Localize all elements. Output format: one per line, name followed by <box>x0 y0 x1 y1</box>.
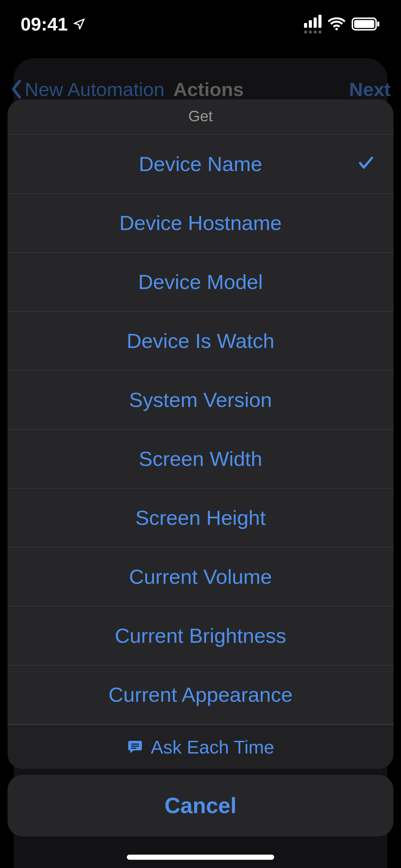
option-label: Screen Width <box>139 447 262 471</box>
back-button[interactable]: New Automation <box>10 78 165 100</box>
option-device-hostname[interactable]: Device Hostname <box>8 194 393 253</box>
option-device-is-watch[interactable]: Device Is Watch <box>8 312 393 371</box>
status-time: 09:41 <box>21 13 68 35</box>
svg-rect-2 <box>377 22 379 27</box>
battery-icon <box>352 17 380 31</box>
option-label: Current Volume <box>129 565 272 589</box>
option-current-volume[interactable]: Current Volume <box>8 547 393 606</box>
option-label: Current Brightness <box>115 624 286 648</box>
sheet-header: Get <box>8 99 393 135</box>
option-label: Current Appearance <box>108 683 292 707</box>
status-left: 09:41 <box>21 13 86 35</box>
svg-rect-5 <box>131 748 136 749</box>
cellular-signal-icon <box>304 15 321 34</box>
action-sheet: Get Device Name Device Hostname Device M… <box>8 99 393 769</box>
wifi-icon <box>328 17 345 31</box>
option-label: Device Is Watch <box>126 329 274 353</box>
cancel-label: Cancel <box>165 793 236 818</box>
next-button[interactable]: Next <box>349 78 391 100</box>
option-screen-height[interactable]: Screen Height <box>8 489 393 547</box>
speech-bubble-icon <box>127 739 143 755</box>
svg-rect-3 <box>131 744 139 745</box>
option-label: System Version <box>129 388 272 412</box>
option-current-brightness[interactable]: Current Brightness <box>8 606 393 665</box>
svg-rect-4 <box>131 746 139 747</box>
option-screen-width[interactable]: Screen Width <box>8 430 393 489</box>
status-right <box>304 15 380 34</box>
nav-title: Actions <box>173 78 244 100</box>
status-bar: 09:41 <box>0 0 401 48</box>
location-icon <box>73 17 86 31</box>
option-label: Screen Height <box>135 506 266 530</box>
option-label: Device Name <box>139 152 262 176</box>
option-current-appearance[interactable]: Current Appearance <box>8 665 393 724</box>
option-label: Device Model <box>138 270 263 294</box>
chevron-left-icon <box>10 80 23 99</box>
svg-rect-1 <box>354 20 374 28</box>
option-device-name[interactable]: Device Name <box>8 135 393 194</box>
option-system-version[interactable]: System Version <box>8 371 393 430</box>
checkmark-icon <box>357 152 375 176</box>
option-label: Device Hostname <box>119 211 282 235</box>
cancel-button[interactable]: Cancel <box>8 775 393 836</box>
option-device-model[interactable]: Device Model <box>8 253 393 312</box>
back-label: New Automation <box>25 78 165 100</box>
home-indicator[interactable] <box>127 855 274 860</box>
ask-label: Ask Each Time <box>151 736 274 758</box>
ask-each-time-button[interactable]: Ask Each Time <box>8 724 393 769</box>
